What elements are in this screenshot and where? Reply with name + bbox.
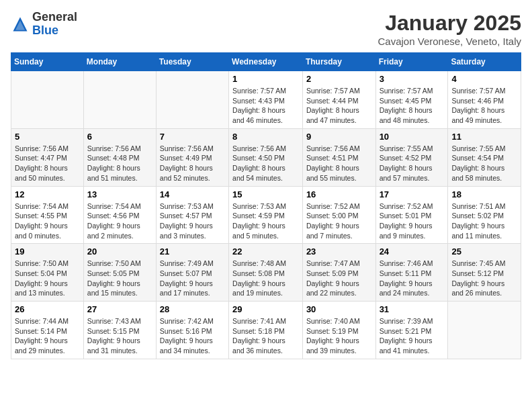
day-number: 25 (451, 246, 517, 257)
day-number: 22 (232, 246, 299, 257)
day-number: 30 (306, 304, 372, 314)
calendar-cell: 7Sunrise: 7:56 AM Sunset: 4:49 PM Daylig… (156, 128, 228, 186)
calendar-cell: 12Sunrise: 7:54 AM Sunset: 4:55 PM Dayli… (11, 186, 84, 244)
day-number: 19 (15, 246, 80, 257)
day-info: Sunrise: 7:53 AM Sunset: 4:59 PM Dayligh… (232, 201, 299, 241)
calendar-cell: 16Sunrise: 7:52 AM Sunset: 5:00 PM Dayli… (302, 186, 375, 244)
day-number: 16 (306, 189, 372, 199)
calendar-week-row: 12Sunrise: 7:54 AM Sunset: 4:55 PM Dayli… (11, 186, 521, 244)
logo-text: General Blue (32, 11, 77, 38)
location: Cavajon Veronese, Veneto, Italy (378, 36, 521, 47)
weekday-header: Wednesday (229, 53, 303, 71)
title-block: January 2025 Cavajon Veronese, Veneto, I… (378, 11, 521, 47)
calendar-cell: 24Sunrise: 7:46 AM Sunset: 5:11 PM Dayli… (375, 244, 448, 302)
calendar-cell (11, 71, 84, 129)
logo-general: General (32, 10, 77, 24)
day-info: Sunrise: 7:56 AM Sunset: 4:50 PM Dayligh… (232, 144, 299, 183)
calendar-header: SundayMondayTuesdayWednesdayThursdayFrid… (11, 53, 521, 71)
day-info: Sunrise: 7:54 AM Sunset: 4:55 PM Dayligh… (15, 201, 80, 241)
calendar-cell: 23Sunrise: 7:47 AM Sunset: 5:09 PM Dayli… (302, 244, 375, 302)
day-info: Sunrise: 7:54 AM Sunset: 4:56 PM Dayligh… (87, 201, 152, 241)
weekday-header: Friday (375, 53, 448, 71)
day-number: 21 (160, 246, 225, 257)
calendar-body: 1Sunrise: 7:57 AM Sunset: 4:43 PM Daylig… (11, 71, 521, 359)
calendar-cell: 9Sunrise: 7:56 AM Sunset: 4:51 PM Daylig… (302, 128, 375, 186)
day-number: 7 (160, 132, 225, 142)
logo-blue: Blue (32, 24, 58, 37)
day-info: Sunrise: 7:43 AM Sunset: 5:15 PM Dayligh… (87, 316, 152, 356)
calendar-cell: 30Sunrise: 7:40 AM Sunset: 5:19 PM Dayli… (302, 302, 375, 359)
calendar-cell: 27Sunrise: 7:43 AM Sunset: 5:15 PM Dayli… (83, 302, 156, 359)
calendar-cell: 11Sunrise: 7:55 AM Sunset: 4:54 PM Dayli… (448, 128, 521, 186)
day-number: 27 (87, 304, 152, 314)
day-number: 8 (232, 132, 299, 142)
day-info: Sunrise: 7:39 AM Sunset: 5:21 PM Dayligh… (380, 316, 445, 356)
day-info: Sunrise: 7:45 AM Sunset: 5:12 PM Dayligh… (451, 259, 517, 298)
day-info: Sunrise: 7:56 AM Sunset: 4:49 PM Dayligh… (160, 144, 225, 183)
day-number: 31 (380, 304, 445, 314)
page-header: General Blue January 2025 Cavajon Verone… (11, 11, 521, 47)
day-info: Sunrise: 7:56 AM Sunset: 4:48 PM Dayligh… (87, 144, 152, 183)
day-info: Sunrise: 7:57 AM Sunset: 4:46 PM Dayligh… (451, 86, 517, 126)
day-info: Sunrise: 7:51 AM Sunset: 5:02 PM Dayligh… (451, 201, 517, 241)
day-info: Sunrise: 7:40 AM Sunset: 5:19 PM Dayligh… (306, 316, 372, 356)
calendar-cell: 25Sunrise: 7:45 AM Sunset: 5:12 PM Dayli… (448, 244, 521, 302)
day-number: 6 (87, 132, 152, 142)
day-number: 1 (232, 74, 299, 84)
day-number: 12 (15, 189, 80, 199)
day-number: 2 (306, 74, 372, 84)
calendar-cell: 13Sunrise: 7:54 AM Sunset: 4:56 PM Dayli… (83, 186, 156, 244)
calendar-cell: 10Sunrise: 7:55 AM Sunset: 4:52 PM Dayli… (375, 128, 448, 186)
calendar: SundayMondayTuesdayWednesdayThursdayFrid… (11, 52, 521, 359)
weekday-header: Sunday (11, 53, 84, 71)
calendar-cell (156, 71, 228, 129)
calendar-cell: 1Sunrise: 7:57 AM Sunset: 4:43 PM Daylig… (229, 71, 303, 129)
day-info: Sunrise: 7:55 AM Sunset: 4:52 PM Dayligh… (380, 144, 445, 183)
calendar-cell: 31Sunrise: 7:39 AM Sunset: 5:21 PM Dayli… (375, 302, 448, 359)
day-number: 9 (306, 132, 372, 142)
day-number: 15 (232, 189, 299, 199)
calendar-cell: 3Sunrise: 7:57 AM Sunset: 4:45 PM Daylig… (375, 71, 448, 129)
calendar-cell: 5Sunrise: 7:56 AM Sunset: 4:47 PM Daylig… (11, 128, 84, 186)
weekday-row: SundayMondayTuesdayWednesdayThursdayFrid… (11, 53, 521, 71)
day-info: Sunrise: 7:46 AM Sunset: 5:11 PM Dayligh… (380, 259, 445, 298)
day-info: Sunrise: 7:48 AM Sunset: 5:08 PM Dayligh… (232, 259, 299, 298)
calendar-cell (83, 71, 156, 129)
calendar-cell: 28Sunrise: 7:42 AM Sunset: 5:16 PM Dayli… (156, 302, 228, 359)
calendar-cell: 20Sunrise: 7:50 AM Sunset: 5:05 PM Dayli… (83, 244, 156, 302)
month-year: January 2025 (378, 11, 521, 36)
calendar-cell: 4Sunrise: 7:57 AM Sunset: 4:46 PM Daylig… (448, 71, 521, 129)
calendar-cell (448, 302, 521, 359)
calendar-cell: 8Sunrise: 7:56 AM Sunset: 4:50 PM Daylig… (229, 128, 303, 186)
calendar-cell: 6Sunrise: 7:56 AM Sunset: 4:48 PM Daylig… (83, 128, 156, 186)
calendar-cell: 22Sunrise: 7:48 AM Sunset: 5:08 PM Dayli… (229, 244, 303, 302)
day-number: 11 (451, 132, 517, 142)
day-info: Sunrise: 7:44 AM Sunset: 5:14 PM Dayligh… (15, 316, 80, 356)
calendar-cell: 18Sunrise: 7:51 AM Sunset: 5:02 PM Dayli… (448, 186, 521, 244)
day-info: Sunrise: 7:42 AM Sunset: 5:16 PM Dayligh… (160, 316, 225, 356)
day-number: 4 (451, 74, 517, 84)
day-info: Sunrise: 7:50 AM Sunset: 5:05 PM Dayligh… (87, 259, 152, 298)
day-info: Sunrise: 7:57 AM Sunset: 4:45 PM Dayligh… (380, 86, 445, 126)
calendar-cell: 19Sunrise: 7:50 AM Sunset: 5:04 PM Dayli… (11, 244, 84, 302)
weekday-header: Tuesday (156, 53, 228, 71)
day-number: 10 (380, 132, 445, 142)
day-info: Sunrise: 7:49 AM Sunset: 5:07 PM Dayligh… (160, 259, 225, 298)
day-info: Sunrise: 7:41 AM Sunset: 5:18 PM Dayligh… (232, 316, 299, 356)
day-info: Sunrise: 7:56 AM Sunset: 4:51 PM Dayligh… (306, 144, 372, 183)
day-info: Sunrise: 7:53 AM Sunset: 4:57 PM Dayligh… (160, 201, 225, 241)
calendar-cell: 21Sunrise: 7:49 AM Sunset: 5:07 PM Dayli… (156, 244, 228, 302)
day-number: 29 (232, 304, 299, 314)
day-info: Sunrise: 7:57 AM Sunset: 4:44 PM Dayligh… (306, 86, 372, 126)
calendar-cell: 2Sunrise: 7:57 AM Sunset: 4:44 PM Daylig… (302, 71, 375, 129)
logo: General Blue (11, 11, 77, 38)
weekday-header: Saturday (448, 53, 521, 71)
day-info: Sunrise: 7:55 AM Sunset: 4:54 PM Dayligh… (451, 144, 517, 183)
day-info: Sunrise: 7:50 AM Sunset: 5:04 PM Dayligh… (15, 259, 80, 298)
calendar-cell: 14Sunrise: 7:53 AM Sunset: 4:57 PM Dayli… (156, 186, 228, 244)
day-info: Sunrise: 7:57 AM Sunset: 4:43 PM Dayligh… (232, 86, 299, 126)
calendar-week-row: 19Sunrise: 7:50 AM Sunset: 5:04 PM Dayli… (11, 244, 521, 302)
calendar-cell: 17Sunrise: 7:52 AM Sunset: 5:01 PM Dayli… (375, 186, 448, 244)
day-number: 28 (160, 304, 225, 314)
weekday-header: Monday (83, 53, 156, 71)
